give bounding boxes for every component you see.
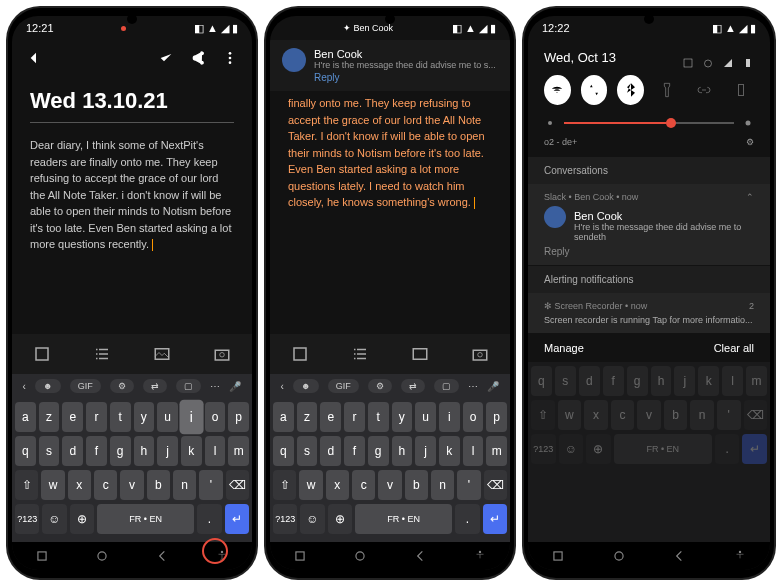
camera-icon[interactable] bbox=[213, 345, 231, 363]
key-m[interactable]: m bbox=[228, 436, 249, 466]
list-icon[interactable] bbox=[93, 345, 111, 363]
key[interactable]: n bbox=[431, 470, 454, 500]
key-o[interactable]: o bbox=[205, 402, 226, 432]
key-space[interactable]: FR • EN bbox=[97, 504, 194, 534]
key[interactable]: a bbox=[273, 402, 294, 432]
note-body[interactable]: Dear diary, I think some of NextPit's re… bbox=[30, 137, 234, 253]
bluetooth-toggle[interactable] bbox=[617, 75, 644, 105]
key[interactable]: i bbox=[439, 402, 460, 432]
key-globe[interactable]: ⊕ bbox=[70, 504, 94, 534]
back-nav-icon[interactable] bbox=[155, 549, 169, 563]
back-nav-icon[interactable] bbox=[413, 549, 427, 563]
key-symbols[interactable]: ?123 bbox=[15, 504, 39, 534]
accessibility-icon[interactable] bbox=[733, 549, 747, 563]
key[interactable]: l bbox=[463, 436, 484, 466]
key-symbols[interactable]: ?123 bbox=[273, 504, 297, 534]
sticker-icon[interactable]: ☻ bbox=[35, 379, 60, 393]
share-icon[interactable] bbox=[190, 50, 206, 66]
checkbox-icon[interactable] bbox=[33, 345, 51, 363]
editor-content[interactable]: finally onto me. They keep refusing to a… bbox=[270, 91, 510, 334]
chevron-left-icon[interactable]: ‹ bbox=[23, 381, 26, 392]
key-period[interactable]: . bbox=[197, 504, 221, 534]
back-nav-icon[interactable] bbox=[672, 549, 686, 563]
key-c[interactable]: c bbox=[94, 470, 117, 500]
key-s[interactable]: s bbox=[39, 436, 60, 466]
check-icon[interactable] bbox=[158, 50, 174, 66]
key[interactable]: u bbox=[415, 402, 436, 432]
key-j[interactable]: j bbox=[157, 436, 178, 466]
recents-icon[interactable] bbox=[35, 549, 49, 563]
clipboard-icon[interactable]: ▢ bbox=[176, 379, 201, 393]
wifi-toggle[interactable] bbox=[544, 75, 571, 105]
sticker-icon[interactable]: ☻ bbox=[293, 379, 318, 393]
key-shift[interactable]: ⇧ bbox=[273, 470, 296, 500]
key-k[interactable]: k bbox=[181, 436, 202, 466]
key[interactable]: g bbox=[368, 436, 389, 466]
checkbox-icon[interactable] bbox=[291, 345, 309, 363]
key-d[interactable]: d bbox=[62, 436, 83, 466]
more-icon[interactable] bbox=[222, 50, 238, 66]
recents-icon[interactable] bbox=[551, 549, 565, 563]
key-b[interactable]: b bbox=[147, 470, 170, 500]
more-icon[interactable]: ⋯ bbox=[210, 381, 220, 392]
gif-button[interactable]: GIF bbox=[328, 379, 359, 393]
key-shift[interactable]: ⇧ bbox=[15, 470, 38, 500]
key[interactable]: r bbox=[344, 402, 365, 432]
key-g[interactable]: g bbox=[110, 436, 131, 466]
key-v[interactable]: v bbox=[120, 470, 143, 500]
key-apostrophe[interactable]: ' bbox=[199, 470, 222, 500]
mic-icon[interactable]: 🎤 bbox=[487, 381, 499, 392]
gif-button[interactable]: GIF bbox=[70, 379, 101, 393]
key[interactable]: ' bbox=[457, 470, 480, 500]
home-icon[interactable] bbox=[612, 549, 626, 563]
key[interactable]: e bbox=[320, 402, 341, 432]
chevron-up-icon[interactable]: ⌃ bbox=[746, 192, 754, 202]
key-p[interactable]: p bbox=[228, 402, 249, 432]
brightness-slider[interactable] bbox=[544, 117, 754, 129]
battery-saver-toggle[interactable] bbox=[727, 75, 754, 105]
key-t[interactable]: t bbox=[110, 402, 131, 432]
reply-button[interactable]: Reply bbox=[544, 246, 754, 257]
key-h[interactable]: h bbox=[134, 436, 155, 466]
key[interactable]: x bbox=[326, 470, 349, 500]
key-r[interactable]: r bbox=[86, 402, 107, 432]
image-icon[interactable] bbox=[153, 345, 171, 363]
key[interactable]: f bbox=[344, 436, 365, 466]
key[interactable]: h bbox=[392, 436, 413, 466]
flashlight-toggle[interactable] bbox=[654, 75, 681, 105]
settings-icon[interactable]: ⚙ bbox=[110, 379, 134, 393]
key-x[interactable]: x bbox=[68, 470, 91, 500]
key[interactable]: o bbox=[463, 402, 484, 432]
key[interactable]: c bbox=[352, 470, 375, 500]
clear-all-button[interactable]: Clear all bbox=[714, 342, 754, 354]
list-icon[interactable] bbox=[351, 345, 369, 363]
key-y[interactable]: y bbox=[134, 402, 155, 432]
translate-icon[interactable]: ⇄ bbox=[143, 379, 167, 393]
key[interactable]: v bbox=[378, 470, 401, 500]
editor-content[interactable]: Wed 13.10.21 Dear diary, I think some of… bbox=[12, 76, 252, 334]
note-title[interactable]: Wed 13.10.21 bbox=[30, 88, 234, 123]
clipboard-icon[interactable]: ▢ bbox=[434, 379, 459, 393]
key-emoji[interactable]: ☺ bbox=[300, 504, 324, 534]
camera-icon[interactable] bbox=[471, 345, 489, 363]
key-globe[interactable]: ⊕ bbox=[328, 504, 352, 534]
link-toggle[interactable] bbox=[691, 75, 718, 105]
more-icon[interactable]: ⋯ bbox=[468, 381, 478, 392]
home-icon[interactable] bbox=[95, 549, 109, 563]
mic-icon[interactable]: 🎤 bbox=[229, 381, 241, 392]
key[interactable]: k bbox=[439, 436, 460, 466]
key-i[interactable]: i bbox=[179, 400, 203, 435]
key[interactable]: s bbox=[297, 436, 318, 466]
key[interactable]: d bbox=[320, 436, 341, 466]
key-period[interactable]: . bbox=[455, 504, 479, 534]
settings-icon[interactable]: ⚙ bbox=[368, 379, 392, 393]
key[interactable]: j bbox=[415, 436, 436, 466]
key-enter[interactable]: ↵ bbox=[483, 504, 507, 534]
key-n[interactable]: n bbox=[173, 470, 196, 500]
translate-icon[interactable]: ⇄ bbox=[401, 379, 425, 393]
note-body[interactable]: finally onto me. They keep refusing to a… bbox=[288, 95, 492, 211]
key-emoji[interactable]: ☺ bbox=[42, 504, 66, 534]
key-a[interactable]: a bbox=[15, 402, 36, 432]
key[interactable]: y bbox=[392, 402, 413, 432]
recents-icon[interactable] bbox=[293, 549, 307, 563]
